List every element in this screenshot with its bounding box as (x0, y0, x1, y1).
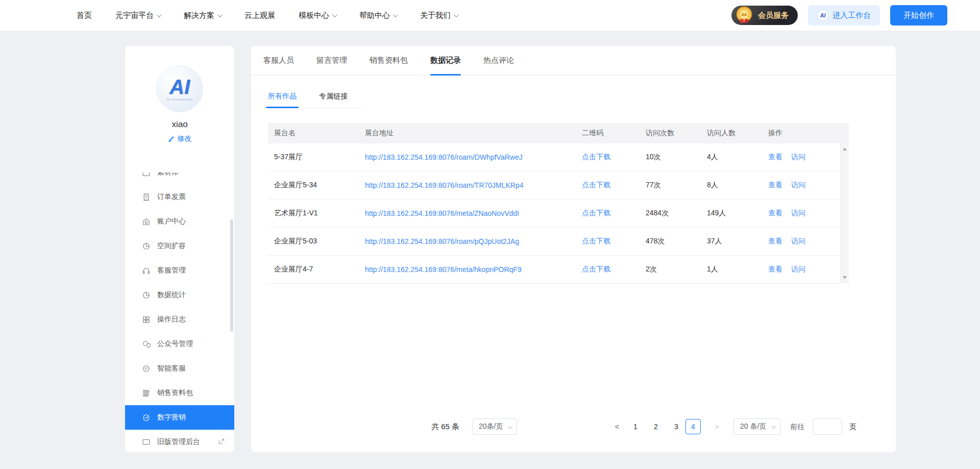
nav-label: 模板中心 (299, 11, 329, 20)
booth-url-link[interactable]: http://183.162.254.169:8076/roam/pQJpUot… (365, 237, 519, 245)
page-button-4-active[interactable]: 4 (685, 419, 701, 434)
pie-chart-icon (142, 291, 151, 300)
visitor-count: 149人 (707, 209, 768, 218)
sidebar-item-digital-marketing[interactable]: 数字营销 (125, 405, 234, 430)
sidebar-item-label: 客服管理 (157, 266, 186, 275)
tab-label: 销售资料包 (370, 56, 408, 65)
sidebar-item-label: 素材库 (157, 172, 179, 177)
sidebar-item-service-management[interactable]: 客服管理 (125, 258, 234, 283)
chevron-down-icon (217, 12, 223, 17)
visit-count: 10次 (646, 153, 707, 162)
table-body: 5-37展厅 http://183.162.254.169:8076/roam/… (268, 143, 849, 284)
qrcode-download-link[interactable]: 点击下载 (582, 237, 610, 245)
nav-help-center[interactable]: 帮助中心 (359, 11, 397, 20)
visit-link[interactable]: 访问 (791, 265, 805, 274)
page-button-3[interactable]: 3 (669, 418, 683, 435)
tab-data-records[interactable]: 数据记录 (430, 46, 461, 75)
chat-message-icon (142, 364, 151, 373)
booth-url-link[interactable]: http://183.162.254.169:8076/roam/TR70JML… (365, 181, 524, 189)
page-size-select-2[interactable]: 20 条/页 (733, 418, 780, 435)
tab-service-staff[interactable]: 客服人员 (263, 46, 294, 75)
sidebar-item-data-statistics[interactable]: 数据统计 (125, 283, 234, 307)
table-scrollbar[interactable] (840, 143, 849, 283)
table-row: 5-37展厅 http://183.162.254.169:8076/roam/… (268, 143, 840, 171)
sidebar-item-smart-service[interactable]: 智能客服 (125, 356, 234, 381)
subtab-all-works[interactable]: 所有作品 (268, 92, 297, 108)
sidebar-item-operation-log[interactable]: 操作日志 (125, 307, 234, 332)
sidebar-item-order-invoice[interactable]: 订单发票 (125, 185, 234, 209)
table-row: 企业展厅5-34 http://183.162.254.169:8076/roa… (268, 171, 840, 200)
chevron-down-icon (508, 424, 513, 429)
view-link[interactable]: 查看 (768, 153, 782, 162)
avatar-logo-text: AI (169, 77, 190, 97)
nav-label: 首页 (77, 11, 92, 20)
booth-url-link[interactable]: http://183.162.254.169:8076/meta/ZNaoNov… (365, 209, 519, 217)
tab-bar: 客服人员 留言管理 销售资料包 数据记录 热点评论 (251, 46, 896, 76)
qrcode-download-link[interactable]: 点击下载 (582, 265, 610, 273)
visit-link[interactable]: 访问 (791, 209, 805, 218)
avatar[interactable]: AI AI Cloud Exhibit (156, 65, 203, 112)
view-link[interactable]: 查看 (768, 237, 782, 246)
tab-hot-comments[interactable]: 热点评论 (483, 46, 514, 75)
page-button-1[interactable]: 1 (628, 418, 643, 435)
sidebar-item-official-account[interactable]: 公众号管理 (125, 332, 234, 356)
scroll-down-icon[interactable] (843, 276, 847, 279)
view-link[interactable]: 查看 (768, 181, 782, 190)
sidebar-item-label: 数字营销 (157, 413, 186, 422)
visit-link[interactable]: 访问 (791, 181, 805, 190)
goto-page-input[interactable] (813, 418, 842, 435)
visit-count: 77次 (646, 181, 707, 190)
qrcode-download-link[interactable]: 点击下载 (582, 181, 610, 189)
sidebar-item-space-expand[interactable]: 空间扩容 (125, 234, 234, 258)
sidebar-item-legacy-admin[interactable]: 旧版管理后台 (125, 430, 234, 452)
chevron-down-icon (157, 12, 162, 17)
nav-solutions[interactable]: 解决方案 (184, 11, 221, 20)
prev-page-button[interactable]: < (610, 418, 624, 435)
visitor-count: 4人 (707, 153, 768, 162)
nav-cloud-exhibition[interactable]: 云上观展 (244, 11, 275, 20)
next-page-button[interactable]: > (710, 418, 724, 435)
column-header-booth-url: 展台地址 (365, 129, 582, 138)
vip-service-button[interactable]: 会员服务 (731, 6, 798, 25)
tab-sales-package[interactable]: 销售资料包 (370, 46, 408, 75)
enter-workspace-button[interactable]: AI 进入工作台 (808, 5, 880, 26)
sidebar-menu: 素材库 订单发票 账户中心 空间扩容 客服管理 数据统计 操作日志 公众号管理 (125, 172, 234, 452)
sidebar-item-label: 数据统计 (157, 290, 186, 300)
column-header-booth-name: 展台名 (268, 129, 365, 138)
total-count-label: 共 65 条 (431, 418, 459, 435)
view-link[interactable]: 查看 (768, 209, 782, 218)
visit-link[interactable]: 访问 (791, 237, 805, 246)
scroll-up-icon[interactable] (843, 147, 847, 151)
visit-link[interactable]: 访问 (791, 153, 805, 162)
nav-metaverse-platform[interactable]: 元宇宙平台 (115, 11, 160, 20)
view-link[interactable]: 查看 (768, 265, 782, 274)
table-row: 企业展厅4-7 http://183.162.254.169:8076/meta… (268, 256, 840, 284)
subtab-exclusive-links[interactable]: 专属链接 (319, 92, 348, 108)
external-link-icon (218, 438, 225, 447)
main-nav: 首页 元宇宙平台 解决方案 云上观展 模板中心 帮助中心 关于我们 (77, 11, 457, 20)
page-button-2[interactable]: 2 (649, 418, 663, 435)
sidebar-item-label: 账户中心 (157, 217, 186, 226)
qrcode-download-link[interactable]: 点击下载 (582, 209, 610, 217)
subtab-label: 所有作品 (268, 92, 297, 100)
nav-template-center[interactable]: 模板中心 (299, 11, 336, 20)
booth-url-link[interactable]: http://183.162.254.169:8076/meta/hkopnPO… (365, 265, 522, 274)
page-size-select[interactable]: 20条/页 (472, 418, 517, 435)
visitor-count: 37人 (707, 237, 768, 246)
sidebar-item-account-center[interactable]: 账户中心 (125, 209, 234, 234)
sidebar-scrollbar[interactable] (230, 219, 233, 332)
nav-about-us[interactable]: 关于我们 (420, 11, 457, 20)
start-create-button[interactable]: 开始创作 (890, 5, 947, 26)
sidebar-item-label: 旧版管理后台 (157, 437, 200, 447)
nav-home[interactable]: 首页 (77, 11, 92, 20)
data-table: 展台名 展台地址 二维码 访问次数 访问人数 操作 5-37展厅 http://… (268, 123, 849, 284)
booth-name: 5-37展厅 (268, 153, 365, 162)
start-create-label: 开始创作 (903, 11, 934, 19)
nav-label: 元宇宙平台 (115, 11, 154, 20)
booth-url-link[interactable]: http://183.162.254.169:8076/roam/DWhpfVa… (365, 153, 523, 161)
edit-profile-link[interactable]: 修改 (168, 134, 192, 143)
sidebar-item-material-library[interactable]: 素材库 (125, 172, 234, 185)
qrcode-download-link[interactable]: 点击下载 (582, 153, 610, 161)
sidebar-item-sales-package[interactable]: 销售资料包 (125, 381, 234, 405)
tab-message-management[interactable]: 留言管理 (316, 46, 347, 75)
